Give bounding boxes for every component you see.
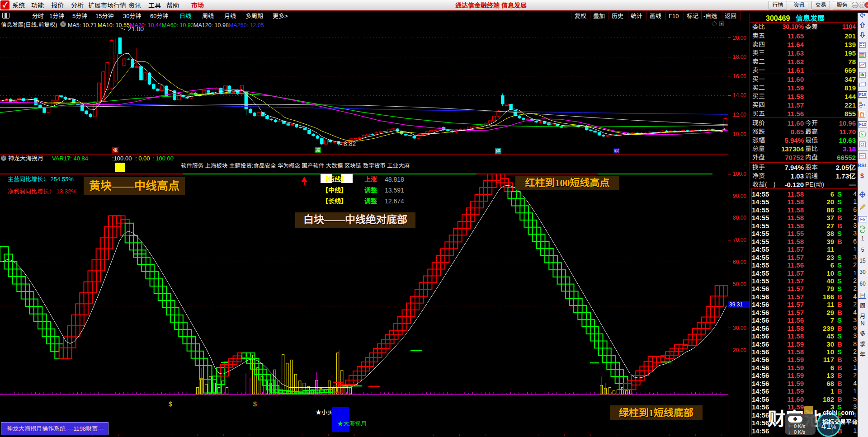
svg-text:fx: fx — [861, 132, 863, 136]
